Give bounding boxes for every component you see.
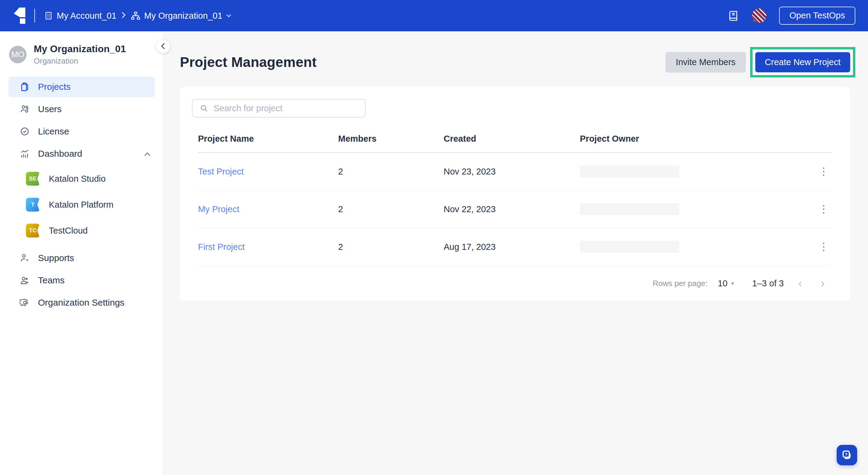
column-header-members: Members — [338, 134, 444, 144]
project-owner-redacted — [580, 241, 679, 253]
sidebar-item-organization-settings[interactable]: Organization Settings — [8, 292, 155, 313]
help-button[interactable]: ? — [837, 445, 857, 465]
documentation-book-icon[interactable] — [727, 10, 739, 22]
sidebar-collapse-button[interactable] — [156, 39, 170, 53]
breadcrumb-account-label: My Account_01 — [57, 11, 116, 21]
project-owner-redacted — [580, 203, 679, 215]
table-row: First Project 2 Aug 17, 2023 ⋮ — [198, 228, 832, 266]
breadcrumb-organization[interactable]: My Organization_01 — [131, 11, 231, 21]
sidebar-item-projects[interactable]: Projects — [8, 76, 155, 97]
sidebar-item-testcloud[interactable]: TC TestCloud — [8, 218, 155, 244]
project-link[interactable]: Test Project — [198, 167, 244, 176]
support-person-tag-icon — [19, 253, 30, 263]
invite-members-button[interactable]: Invite Members — [665, 52, 746, 73]
chevron-up-icon — [144, 149, 151, 159]
open-testops-button[interactable]: Open TestOps — [779, 7, 855, 25]
sidebar-item-teams[interactable]: Teams — [8, 270, 155, 290]
sidebar-item-label: Projects — [38, 82, 70, 92]
katalon-logo-icon[interactable] — [13, 7, 27, 24]
sidebar-item-users[interactable]: Users — [8, 99, 155, 119]
topbar-divider — [34, 9, 35, 23]
breadcrumb-chevron-icon — [121, 11, 126, 20]
projects-table: Project Name Members Created Project Own… — [192, 134, 838, 301]
table-row: Test Project 2 Nov 23, 2023 ⋮ — [198, 153, 832, 190]
project-link[interactable]: My Project — [198, 204, 239, 214]
caret-down-icon: ▾ — [731, 280, 734, 287]
sidebar-item-label: Supports — [38, 253, 74, 263]
sidebar-item-katalon-platform[interactable]: T Katalon Platform — [8, 192, 155, 218]
org-chart-icon — [131, 11, 141, 21]
katalon-platform-icon: T — [26, 198, 40, 212]
gear-icon — [19, 297, 30, 308]
projects-card: Project Name Members Created Project Own… — [180, 87, 850, 301]
created-date: Nov 22, 2023 — [444, 204, 580, 214]
annotation-highlight-box: Create New Project — [750, 47, 855, 77]
sidebar-item-label: Dashboard — [38, 149, 82, 159]
members-count: 2 — [338, 167, 444, 177]
column-header-project-name: Project Name — [198, 134, 338, 144]
katalon-studio-icon: SE — [26, 172, 40, 186]
pagination-range: 1–3 of 3 — [752, 279, 784, 288]
rows-per-page-select[interactable]: 10 ▾ — [718, 279, 734, 288]
search-icon — [200, 104, 208, 113]
create-new-project-button[interactable]: Create New Project — [755, 52, 850, 72]
search-input[interactable] — [213, 103, 358, 113]
members-count: 2 — [338, 242, 444, 252]
building-icon — [44, 11, 53, 20]
svg-text:?: ? — [845, 452, 847, 457]
sidebar-subitem-label: Katalon Platform — [49, 200, 113, 210]
rows-per-page-value: 10 — [718, 279, 727, 288]
sidebar-item-label: License — [38, 126, 69, 136]
previous-page-button[interactable]: ‹ — [794, 277, 807, 290]
teams-people-icon — [19, 275, 30, 286]
organization-type-label: Organization — [34, 56, 126, 66]
organization-header: MO My Organization_01 Organization — [0, 31, 163, 76]
top-navbar: My Account_01 My Organization_01 Open Te… — [0, 0, 868, 31]
sidebar: MO My Organization_01 Organization Proje… — [0, 31, 163, 475]
dashboard-chart-icon — [19, 148, 30, 159]
table-row: My Project 2 Nov 22, 2023 ⋮ — [198, 190, 832, 228]
main-content: Project Management Invite Members Create… — [163, 31, 868, 475]
pagination: Rows per page: 10 ▾ 1–3 of 3 ‹ › — [198, 266, 832, 301]
created-date: Nov 23, 2023 — [444, 167, 580, 177]
sidebar-subitem-label: Katalon Studio — [49, 174, 106, 184]
project-link[interactable]: First Project — [198, 242, 245, 252]
help-question-icon: ? — [841, 449, 852, 461]
license-badge-icon — [19, 126, 30, 137]
sidebar-item-supports[interactable]: Supports — [8, 248, 155, 268]
chevron-down-icon — [226, 14, 231, 18]
row-menu-kebab-icon[interactable]: ⋮ — [815, 242, 832, 252]
sidebar-item-label: Teams — [38, 275, 64, 285]
next-page-button[interactable]: › — [816, 277, 829, 290]
column-header-project-owner: Project Owner — [580, 134, 814, 144]
sidebar-item-label: Organization Settings — [38, 297, 124, 308]
users-gear-icon — [19, 104, 30, 115]
project-owner-redacted — [580, 165, 679, 178]
row-menu-kebab-icon[interactable]: ⋮ — [815, 166, 832, 176]
chevron-left-icon — [161, 42, 165, 50]
members-count: 2 — [338, 204, 444, 214]
created-date: Aug 17, 2023 — [444, 242, 580, 252]
page-title: Project Management — [180, 54, 317, 70]
column-header-created: Created — [444, 134, 580, 144]
testcloud-icon: TC — [26, 224, 40, 238]
organization-avatar: MO — [9, 46, 27, 63]
sidebar-subitem-label: TestCloud — [49, 226, 88, 236]
row-menu-kebab-icon[interactable]: ⋮ — [815, 204, 832, 214]
breadcrumb-organization-label: My Organization_01 — [144, 11, 222, 21]
breadcrumb-account[interactable]: My Account_01 — [44, 11, 116, 21]
projects-copy-icon — [19, 82, 30, 92]
user-avatar[interactable] — [752, 8, 767, 23]
rows-per-page-label: Rows per page: — [652, 279, 707, 288]
organization-name: My Organization_01 — [34, 43, 126, 55]
sidebar-item-dashboard[interactable]: Dashboard — [8, 144, 155, 164]
sidebar-item-katalon-studio[interactable]: SE Katalon Studio — [8, 166, 155, 192]
table-header-row: Project Name Members Created Project Own… — [198, 134, 832, 153]
project-search[interactable] — [192, 99, 366, 118]
sidebar-item-label: Users — [38, 104, 61, 114]
sidebar-item-license[interactable]: License — [8, 121, 155, 141]
